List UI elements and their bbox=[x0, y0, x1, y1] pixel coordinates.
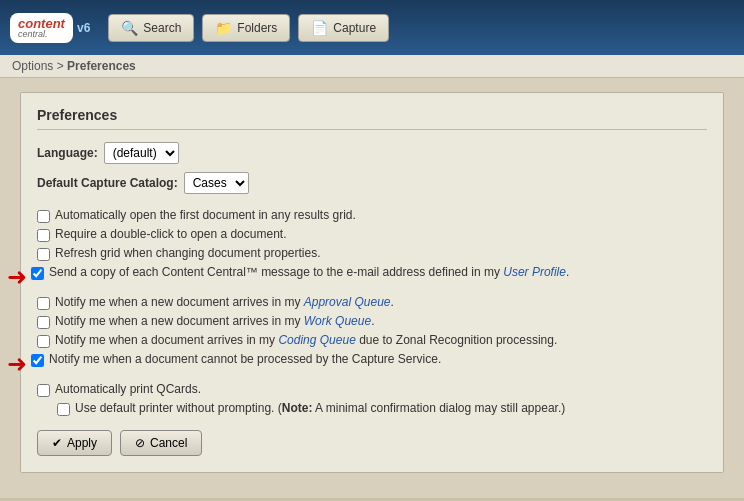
apply-icon: ✔ bbox=[52, 436, 62, 450]
logo-sub-text: central. bbox=[18, 30, 65, 39]
checkbox-refresh-grid-label: Refresh grid when changing document prop… bbox=[55, 246, 321, 260]
checkbox-default-printer-input[interactable] bbox=[57, 403, 70, 416]
checkbox-capture-service-label: Notify me when a document cannot be proc… bbox=[49, 352, 441, 366]
checkbox-default-printer: Use default printer without prompting. (… bbox=[57, 401, 707, 416]
main-content: Preferences Language: (default) Default … bbox=[0, 78, 744, 498]
arrow-indicator-2: ➜ bbox=[7, 352, 27, 376]
folder-icon: 📁 bbox=[215, 20, 232, 36]
header: content central. v6 🔍 Search 📁 Folders 📄… bbox=[0, 0, 744, 55]
checkbox-capture-service-input[interactable] bbox=[31, 354, 44, 367]
breadcrumb-options-link[interactable]: Options bbox=[12, 59, 53, 73]
capture-button[interactable]: 📄 Capture bbox=[298, 14, 389, 42]
capture-catalog-row: Default Capture Catalog: Cases bbox=[37, 172, 707, 194]
language-label: Language: bbox=[37, 146, 98, 160]
version-badge: v6 bbox=[77, 21, 90, 35]
checkbox-double-click-label: Require a double-click to open a documen… bbox=[55, 227, 286, 241]
checkbox-auto-print-label: Automatically print QCards. bbox=[55, 382, 201, 396]
folders-label: Folders bbox=[237, 21, 277, 35]
checkbox-capture-service: Notify me when a document cannot be proc… bbox=[31, 352, 441, 367]
cancel-button[interactable]: ⊘ Cancel bbox=[120, 430, 202, 456]
capture-catalog-select[interactable]: Cases bbox=[184, 172, 249, 194]
checkbox-auto-open-label: Automatically open the first document in… bbox=[55, 208, 356, 222]
logo-area: content central. v6 bbox=[10, 13, 90, 43]
checkbox-default-printer-label: Use default printer without prompting. (… bbox=[75, 401, 565, 415]
coding-queue-link[interactable]: Coding Queue bbox=[278, 333, 355, 347]
logo: content central. bbox=[18, 17, 65, 39]
logo-main-text: content bbox=[18, 17, 65, 30]
button-row: ✔ Apply ⊘ Cancel bbox=[37, 430, 707, 456]
checkbox-double-click: Require a double-click to open a documen… bbox=[37, 227, 707, 242]
checkbox-auto-print-input[interactable] bbox=[37, 384, 50, 397]
checkbox-double-click-input[interactable] bbox=[37, 229, 50, 242]
approval-queue-link[interactable]: Approval Queue bbox=[304, 295, 391, 309]
checkbox-work-queue-label: Notify me when a new document arrives in… bbox=[55, 314, 374, 328]
checkbox-send-copy-label: Send a copy of each Content Central™ mes… bbox=[49, 265, 569, 279]
breadcrumb-separator: > bbox=[53, 59, 67, 73]
checkbox-approval-queue-input[interactable] bbox=[37, 297, 50, 310]
breadcrumb-current: Preferences bbox=[67, 59, 136, 73]
capture-catalog-label: Default Capture Catalog: bbox=[37, 176, 178, 190]
checkbox-auto-open: Automatically open the first document in… bbox=[37, 208, 707, 223]
search-button[interactable]: 🔍 Search bbox=[108, 14, 194, 42]
search-label: Search bbox=[143, 21, 181, 35]
cancel-label: Cancel bbox=[150, 436, 187, 450]
checkbox-coding-queue-input[interactable] bbox=[37, 335, 50, 348]
checkbox-coding-queue-label: Notify me when a document arrives in my … bbox=[55, 333, 557, 347]
checkbox-auto-print: Automatically print QCards. bbox=[37, 382, 707, 397]
capture-icon: 📄 bbox=[311, 20, 328, 36]
language-row: Language: (default) bbox=[37, 142, 707, 164]
checkbox-auto-open-input[interactable] bbox=[37, 210, 50, 223]
folders-button[interactable]: 📁 Folders bbox=[202, 14, 290, 42]
note-text: Note: A minimal confirmation dialog may … bbox=[282, 401, 561, 415]
user-profile-link[interactable]: User Profile bbox=[503, 265, 566, 279]
checkbox-approval-queue-label: Notify me when a new document arrives in… bbox=[55, 295, 394, 309]
breadcrumb: Options > Preferences bbox=[0, 55, 744, 78]
checkbox-coding-queue: Notify me when a document arrives in my … bbox=[37, 333, 707, 348]
checkbox-refresh-grid: Refresh grid when changing document prop… bbox=[37, 246, 707, 261]
work-queue-link[interactable]: Work Queue bbox=[304, 314, 371, 328]
language-select[interactable]: (default) bbox=[104, 142, 179, 164]
checkbox-refresh-grid-input[interactable] bbox=[37, 248, 50, 261]
apply-label: Apply bbox=[67, 436, 97, 450]
cancel-icon: ⊘ bbox=[135, 436, 145, 450]
checkbox-send-copy: Send a copy of each Content Central™ mes… bbox=[31, 265, 569, 280]
checkbox-approval-queue: Notify me when a new document arrives in… bbox=[37, 295, 707, 310]
preferences-title: Preferences bbox=[37, 107, 707, 130]
capture-label: Capture bbox=[333, 21, 376, 35]
arrow-indicator-1: ➜ bbox=[7, 265, 27, 289]
checkbox-work-queue: Notify me when a new document arrives in… bbox=[37, 314, 707, 329]
checkbox-send-copy-input[interactable] bbox=[31, 267, 44, 280]
preferences-box: Preferences Language: (default) Default … bbox=[20, 92, 724, 473]
checkbox-work-queue-input[interactable] bbox=[37, 316, 50, 329]
apply-button[interactable]: ✔ Apply bbox=[37, 430, 112, 456]
logo-box: content central. bbox=[10, 13, 73, 43]
search-icon: 🔍 bbox=[121, 20, 138, 36]
